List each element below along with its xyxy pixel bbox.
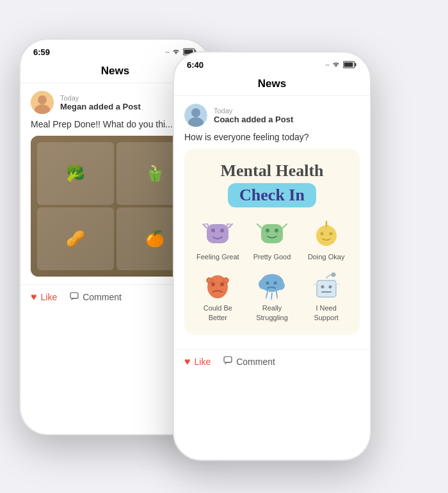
front-phone-content[interactable]: Today Coach added a Post How is everyone… bbox=[174, 96, 370, 446]
front-nav-bar: News bbox=[174, 72, 370, 96]
scene: 6:59 ···· News bbox=[0, 0, 448, 493]
svg-point-40 bbox=[273, 282, 276, 285]
could-be-better-label: Could BeBetter bbox=[204, 303, 232, 322]
front-nav-title: News bbox=[258, 77, 286, 90]
svg-point-20 bbox=[211, 229, 215, 232]
back-post-date: Today bbox=[60, 94, 141, 102]
svg-point-25 bbox=[316, 225, 337, 246]
back-avatar bbox=[31, 91, 54, 114]
back-like-button[interactable]: ♥ Like bbox=[31, 291, 57, 303]
svg-line-43 bbox=[276, 292, 277, 297]
feeling-great-icon bbox=[202, 218, 234, 250]
feeling-great-label: Feeling Great bbox=[196, 252, 239, 261]
i-need-support-icon bbox=[310, 269, 342, 301]
back-post-meta: Today Megan added a Post bbox=[60, 94, 141, 111]
svg-point-44 bbox=[265, 297, 267, 299]
front-battery-icon bbox=[343, 61, 357, 70]
front-like-button[interactable]: ♥ Like bbox=[184, 356, 211, 368]
svg-rect-15 bbox=[344, 62, 353, 67]
could-be-better-icon bbox=[202, 269, 234, 301]
svg-rect-53 bbox=[224, 357, 232, 362]
back-post-author: Megan added a Post bbox=[60, 102, 141, 111]
svg-point-38 bbox=[276, 281, 285, 290]
emoji-could-be-better[interactable]: Could BeBetter bbox=[195, 269, 241, 322]
svg-rect-19 bbox=[207, 224, 228, 243]
front-post: Today Coach added a Post How is everyone… bbox=[174, 96, 370, 349]
back-status-bar: 6:59 ···· bbox=[20, 40, 210, 60]
front-comment-icon bbox=[223, 356, 232, 367]
phone-front: 6:40 ···· News bbox=[173, 51, 371, 461]
pretty-good-icon bbox=[256, 218, 288, 250]
svg-point-27 bbox=[329, 232, 332, 236]
mh-title-line1: Mental Health bbox=[195, 161, 349, 181]
front-post-text: How is everyone feeling today? bbox=[184, 132, 360, 142]
svg-point-48 bbox=[321, 286, 324, 289]
svg-point-49 bbox=[328, 286, 332, 289]
svg-rect-14 bbox=[355, 63, 356, 66]
back-signal: ···· bbox=[165, 49, 169, 56]
mh-title-line2-wrapper: Check In bbox=[195, 183, 349, 207]
svg-point-17 bbox=[191, 108, 200, 117]
front-time: 6:40 bbox=[187, 60, 204, 70]
front-avatar bbox=[184, 104, 207, 127]
front-status-icons: ···· bbox=[325, 61, 357, 70]
emoji-i-need-support[interactable]: I NeedSupport bbox=[303, 269, 349, 322]
svg-point-33 bbox=[223, 278, 228, 283]
svg-rect-22 bbox=[261, 224, 283, 243]
i-need-support-label: I NeedSupport bbox=[314, 303, 339, 322]
emoji-pretty-good[interactable]: Pretty Good bbox=[249, 218, 296, 261]
back-heart-icon: ♥ bbox=[31, 291, 37, 303]
front-comment-label: Comment bbox=[236, 357, 275, 367]
back-comment-icon bbox=[70, 292, 79, 303]
svg-line-42 bbox=[271, 293, 272, 298]
emoji-doing-okay[interactable]: Doing Okay bbox=[303, 218, 349, 261]
back-time: 6:59 bbox=[33, 47, 50, 57]
svg-point-24 bbox=[275, 229, 278, 232]
doing-okay-label: Doing Okay bbox=[308, 252, 344, 261]
svg-point-26 bbox=[320, 232, 323, 236]
svg-marker-28 bbox=[325, 220, 328, 223]
svg-point-21 bbox=[220, 229, 224, 232]
svg-point-39 bbox=[266, 282, 269, 285]
front-status-bar: 6:40 ···· bbox=[174, 53, 370, 72]
front-post-header: Today Coach added a Post bbox=[184, 104, 360, 127]
back-wifi-icon bbox=[172, 49, 180, 56]
svg-point-31 bbox=[220, 282, 224, 286]
pretty-good-label: Pretty Good bbox=[253, 252, 291, 261]
svg-point-23 bbox=[266, 229, 269, 232]
svg-rect-47 bbox=[317, 280, 336, 297]
emoji-grid: Feeling Great bbox=[195, 218, 349, 322]
mh-title-line2: Check In bbox=[228, 183, 316, 207]
front-like-label: Like bbox=[195, 357, 211, 367]
really-struggling-icon bbox=[256, 269, 288, 301]
emoji-really-struggling[interactable]: ReallyStruggling bbox=[249, 269, 296, 322]
emoji-feeling-great[interactable]: Feeling Great bbox=[195, 218, 241, 261]
svg-rect-12 bbox=[70, 293, 78, 298]
really-struggling-label: ReallyStruggling bbox=[256, 303, 288, 322]
svg-line-41 bbox=[266, 292, 268, 297]
front-comment-button[interactable]: Comment bbox=[223, 356, 275, 367]
doing-okay-icon bbox=[310, 218, 342, 250]
mental-health-card: Mental Health Check In bbox=[184, 149, 360, 335]
svg-point-46 bbox=[276, 297, 278, 299]
front-wifi-icon bbox=[332, 61, 340, 69]
front-signal: ···· bbox=[325, 62, 329, 69]
front-post-author: Coach added a Post bbox=[214, 115, 293, 124]
front-post-meta: Today Coach added a Post bbox=[214, 107, 293, 124]
back-comment-label: Comment bbox=[83, 292, 122, 302]
front-heart-icon: ♥ bbox=[184, 356, 191, 368]
svg-point-50 bbox=[332, 273, 335, 277]
front-post-date: Today bbox=[214, 107, 293, 115]
back-comment-button[interactable]: Comment bbox=[70, 292, 122, 303]
back-nav-title: News bbox=[101, 65, 129, 77]
back-like-label: Like bbox=[41, 292, 58, 302]
svg-point-10 bbox=[38, 95, 47, 104]
svg-point-32 bbox=[207, 278, 212, 283]
svg-point-45 bbox=[270, 298, 272, 300]
svg-point-30 bbox=[211, 282, 215, 286]
front-post-actions: ♥ Like Comment bbox=[174, 349, 370, 374]
